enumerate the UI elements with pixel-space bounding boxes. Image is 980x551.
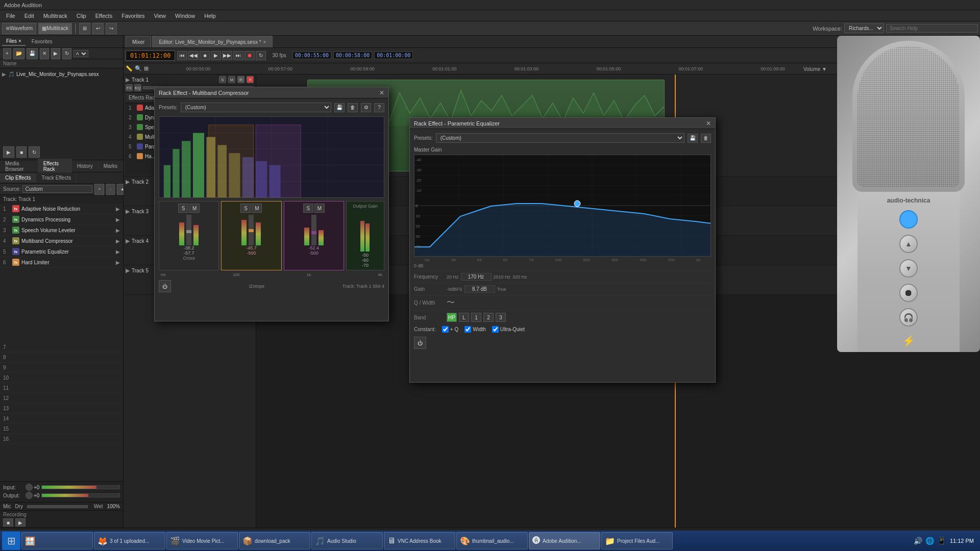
record-btn[interactable]: ⏺ (244, 51, 255, 60)
eq-save-preset-btn[interactable]: 💾 (688, 134, 698, 143)
taskbar-item-audio[interactable]: 🎵 Audio Studio (311, 532, 383, 549)
history-tab[interactable]: History (72, 161, 99, 171)
play-pause-btn[interactable]: ▶ (211, 51, 221, 60)
effect-expand-5[interactable]: ▶ (116, 249, 120, 255)
menu-help[interactable]: Help (200, 12, 220, 20)
search-help-input[interactable] (886, 24, 978, 33)
band-3-solo-btn[interactable]: S (303, 204, 313, 213)
start-button[interactable]: ⊞ (2, 532, 20, 550)
eq-preset-select[interactable]: (Custom) (436, 133, 684, 143)
track-1-close-btn[interactable]: ✕ (247, 76, 254, 83)
rec-btn-2[interactable]: ▶ (15, 518, 26, 527)
file-name[interactable]: Live_Mic_Monitor_by_Psynaps.sesx (16, 71, 99, 77)
taskbar-item-audition[interactable]: 🅐 Adobe Audition... (529, 532, 600, 549)
taskbar-item-download[interactable]: 📦 download_pack (239, 532, 310, 549)
mic-ctrl-up[interactable] (899, 235, 918, 253)
band-2-fader[interactable] (249, 215, 254, 245)
mic-ctrl-down[interactable] (899, 259, 918, 278)
taskbar-item-vnc[interactable]: 🖥 VNC Address Book (384, 532, 455, 549)
close-file-btn[interactable]: ✕ (40, 48, 49, 59)
tray-network-icon[interactable]: 🌐 (925, 537, 934, 545)
effects-rack-tab[interactable]: Effects Rack (38, 159, 72, 174)
taskbar-item-windows[interactable]: 🪟 (21, 532, 93, 549)
band-l-btn[interactable]: L (459, 313, 469, 322)
effect-expand-3[interactable]: ▶ (116, 228, 120, 233)
menu-edit[interactable]: Edit (20, 12, 38, 20)
constant-width-label[interactable]: Width (464, 326, 486, 333)
track-1-solo-btn[interactable]: S (219, 76, 226, 83)
track-1-eq-btn[interactable]: EQ (134, 84, 141, 91)
ultra-quiet-label[interactable]: Ultra-Quiet (492, 326, 525, 333)
stop-file-btn[interactable]: ■ (16, 146, 27, 158)
band-3-btn[interactable]: 3 (496, 313, 506, 322)
add-effect-btn[interactable]: + (94, 184, 104, 195)
band-3-mute-btn[interactable]: M (314, 204, 325, 213)
constant-width-checkbox[interactable] (464, 326, 471, 333)
prev-btn[interactable]: ◀◀ (188, 51, 199, 60)
multiband-settings-btn[interactable]: ⚙ (361, 103, 371, 112)
files-tab[interactable]: Files × (2, 37, 26, 46)
snap-btn[interactable]: ⊞ (79, 23, 90, 34)
play-btn[interactable]: ▶ (51, 48, 60, 59)
taskbar-item-photoshop[interactable]: 🎨 thumbnail_audio... (456, 532, 528, 549)
constant-q-label[interactable]: + Q (442, 326, 458, 333)
remove-effect-btn[interactable]: - (106, 184, 115, 195)
ultra-quiet-checkbox[interactable] (492, 326, 499, 333)
menu-window[interactable]: Window (171, 12, 199, 20)
workspace-select[interactable]: Richards... (844, 23, 884, 33)
taskbar-item-video[interactable]: 🎬 Video Movie Pict... (166, 532, 238, 549)
eq-title-bar[interactable]: Rack Effect - Parametric Equalizer ✕ (410, 118, 715, 129)
multiband-help-btn[interactable]: ? (374, 103, 384, 112)
multiband-preset-select[interactable]: (Custom) (181, 103, 331, 112)
taskbar-item-project[interactable]: 📁 Project Files Aud... (601, 532, 673, 549)
editor-tab[interactable]: Editor: Live_Mic_Monitor_by_Psynaps.sesx… (152, 36, 273, 47)
menu-clip[interactable]: Clip (72, 12, 90, 20)
open-file-btn[interactable]: 📂 (13, 48, 24, 59)
effect-row-6[interactable]: 6 fx Hard Limiter ▶ (0, 257, 123, 268)
band-1-btn[interactable]: 1 (471, 313, 481, 322)
mic-ctrl-record[interactable] (899, 284, 918, 302)
editor-tab-close[interactable]: × (263, 39, 266, 45)
undo-btn[interactable]: ↩ (92, 23, 104, 34)
constant-q-checkbox[interactable] (442, 326, 449, 333)
play-file-btn[interactable]: ▶ (3, 146, 14, 158)
loop-file-btn[interactable]: ↻ (29, 146, 40, 158)
effects-search-input[interactable] (22, 185, 92, 193)
menu-multitrack[interactable]: Multitrack (39, 12, 71, 20)
multitrack-btn[interactable]: ▦ Multitrack (38, 23, 72, 34)
effect-row-3[interactable]: 3 fx Speech Volume Leveler ▶ (0, 225, 123, 236)
menu-view[interactable]: View (150, 12, 170, 20)
multiband-delete-preset-btn[interactable]: 🗑 (348, 103, 358, 112)
media-browser-tab[interactable]: Media Browser (0, 159, 38, 174)
tray-sound-icon[interactable]: 🔊 (914, 537, 922, 545)
redo-btn[interactable]: ↪ (106, 23, 117, 34)
multiband-save-preset-btn[interactable]: 💾 (334, 103, 345, 112)
track-1-mute-btn[interactable]: M (228, 76, 235, 83)
effect-row-1[interactable]: 1 fx Adaptive Noise Reduction ▶ (0, 204, 123, 214)
menu-effects[interactable]: Effects (91, 12, 116, 20)
eq-power-btn[interactable]: ⏻ (414, 337, 426, 349)
loop-btn[interactable]: ↻ (62, 48, 71, 59)
effect-row-2[interactable]: 2 fx Dynamics Processing ▶ (0, 214, 123, 225)
favorites-tab[interactable]: Favorites (28, 38, 57, 45)
band-1-mute-btn[interactable]: M (189, 204, 200, 213)
menu-favorites[interactable]: Favorites (117, 12, 149, 20)
effect-row-5[interactable]: 5 fx Parametric Equalizer ▶ (0, 246, 123, 257)
dry-wet-slider[interactable] (27, 505, 88, 508)
effect-row-4[interactable]: 4 fx Multiband Compressor ▶ (0, 236, 123, 246)
goto-start-btn[interactable]: ⏮ (177, 51, 187, 60)
rec-btn-1[interactable]: ■ (3, 518, 13, 527)
eq-close-btn[interactable]: ✕ (706, 120, 711, 127)
clip-effects-tab[interactable]: Clip Effects (0, 173, 36, 182)
track-1-arm-btn[interactable]: R (237, 76, 244, 83)
new-file-btn[interactable]: + (3, 48, 11, 59)
multiband-power-btn[interactable]: ⏻ (159, 280, 171, 292)
effect-expand-1[interactable]: ▶ (116, 206, 120, 212)
marks-tab[interactable]: Marks (99, 161, 123, 171)
effect-expand-6[interactable]: ▶ (116, 260, 120, 265)
eq-delete-preset-btn[interactable]: 🗑 (701, 134, 711, 143)
band-1-fader[interactable] (186, 215, 191, 245)
band-hp-btn[interactable]: HP (447, 313, 457, 322)
band-2-mute-btn[interactable]: M (252, 204, 262, 213)
effect-expand-4[interactable]: ▶ (116, 238, 120, 244)
